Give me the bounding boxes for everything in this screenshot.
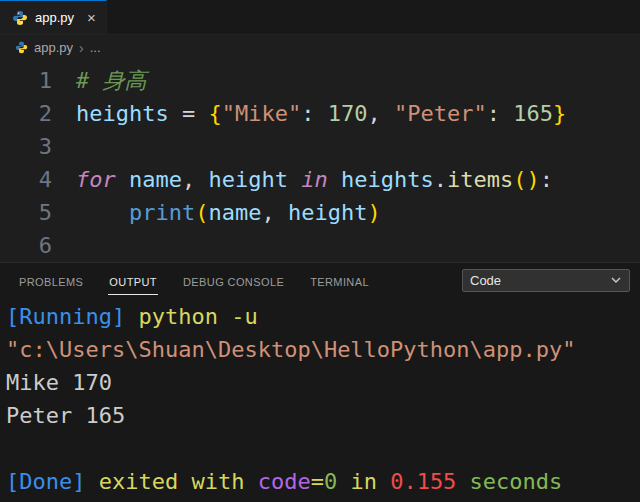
code-editor[interactable]: 1# 身高2heights = {"Mike": 170, "Peter": 1…	[0, 60, 640, 262]
line-number: 6	[0, 229, 76, 262]
output-line: Peter 165	[6, 399, 640, 432]
output-token: Peter 165	[6, 403, 125, 428]
output-token: "c:\Users\Shuan\Desktop\HelloPython\app.…	[6, 337, 576, 362]
tab-bar: app.py ×	[0, 0, 640, 35]
output-line: [Running] python -u	[6, 300, 640, 333]
tab-app-py[interactable]: app.py ×	[0, 0, 107, 34]
code-token	[328, 167, 341, 192]
code-text: heights = {"Mike": 170, "Peter": 165}	[76, 97, 566, 130]
output-token: 0.155	[390, 469, 456, 494]
code-token: (	[195, 200, 208, 225]
python-file-icon	[12, 10, 28, 26]
close-tab-icon[interactable]: ×	[87, 10, 96, 25]
code-token: heights	[76, 101, 169, 126]
output-line: [Done] exited with code=0 in 0.155 secon…	[6, 465, 640, 498]
line-number: 4	[0, 163, 76, 196]
code-token: in	[301, 167, 328, 192]
panel-tab-terminal[interactable]: TERMINAL	[309, 266, 370, 295]
code-token: ,	[261, 200, 288, 225]
python-file-icon	[15, 41, 28, 54]
code-token: height	[288, 200, 367, 225]
output-line: "c:\Users\Shuan\Desktop\HelloPython\app.…	[6, 333, 640, 366]
code-token: ,	[182, 167, 209, 192]
tab-label: app.py	[35, 10, 74, 25]
code-text: # 身高	[76, 64, 147, 97]
line-number: 2	[0, 97, 76, 130]
output-token: [Running]	[6, 304, 138, 329]
panel-tab-problems[interactable]: PROBLEMS	[18, 266, 84, 295]
line-number: 5	[0, 196, 76, 229]
code-token: =	[169, 101, 209, 126]
code-token: print	[129, 200, 195, 225]
code-token: :	[301, 101, 328, 126]
chevron-down-icon	[610, 274, 622, 286]
output-token: Mike 170	[6, 370, 112, 395]
code-token: )	[367, 200, 380, 225]
code-token: :	[487, 101, 514, 126]
code-line[interactable]: 1# 身高	[0, 64, 640, 97]
output-line	[6, 432, 640, 465]
panel-tabs: PROBLEMSOUTPUTDEBUG CONSOLETERMINAL	[18, 266, 370, 295]
code-line[interactable]: 5 print(name, height)	[0, 196, 640, 229]
code-text: for name, height in heights.items():	[76, 163, 553, 196]
breadcrumb[interactable]: app.py › ...	[0, 35, 640, 60]
code-token	[76, 200, 129, 225]
code-token: name	[129, 167, 182, 192]
output-token: seconds	[456, 469, 562, 494]
code-token: :	[540, 167, 553, 192]
code-token: # 身高	[76, 68, 147, 93]
breadcrumb-more[interactable]: ...	[90, 40, 101, 55]
code-line[interactable]: 6	[0, 229, 640, 262]
code-text: print(name, height)	[76, 196, 381, 229]
code-token: name	[208, 200, 261, 225]
output-content[interactable]: [Running] python -u"c:\Users\Shuan\Deskt…	[0, 297, 640, 502]
output-token: [Done]	[6, 469, 85, 494]
vscode-window: app.py × app.py › ... 1# 身高2heights = {"…	[0, 0, 640, 502]
code-token: items	[447, 167, 513, 192]
output-channel-select[interactable]: Code	[462, 269, 630, 292]
code-line[interactable]: 2heights = {"Mike": 170, "Peter": 165}	[0, 97, 640, 130]
bottom-panel: PROBLEMSOUTPUTDEBUG CONSOLETERMINAL Code…	[0, 262, 640, 502]
line-number: 1	[0, 64, 76, 97]
output-token: exited with	[85, 469, 257, 494]
code-token: }	[553, 101, 566, 126]
code-token: for	[76, 167, 116, 192]
code-token: {	[208, 101, 221, 126]
panel-tab-debug-console[interactable]: DEBUG CONSOLE	[182, 266, 285, 295]
code-line[interactable]: 3	[0, 130, 640, 163]
code-token: height	[208, 167, 287, 192]
code-token: 165	[513, 101, 553, 126]
line-number: 3	[0, 130, 76, 163]
code-token	[116, 167, 129, 192]
panel-header: PROBLEMSOUTPUTDEBUG CONSOLETERMINAL Code	[0, 263, 640, 297]
breadcrumb-file[interactable]: app.py	[34, 40, 73, 55]
code-token: ()	[513, 167, 540, 192]
output-token: code	[258, 469, 311, 494]
panel-tab-output[interactable]: OUTPUT	[108, 266, 158, 295]
output-token: =	[311, 469, 324, 494]
output-token: 0	[324, 469, 337, 494]
output-channel-value: Code	[470, 273, 501, 288]
code-token: heights	[341, 167, 434, 192]
code-token	[288, 167, 301, 192]
code-token: "Peter"	[394, 101, 487, 126]
code-token: ,	[367, 101, 394, 126]
code-token: .	[434, 167, 447, 192]
output-line: Mike 170	[6, 366, 640, 399]
output-token: python -u	[138, 304, 257, 329]
code-line[interactable]: 4for name, height in heights.items():	[0, 163, 640, 196]
breadcrumb-separator-icon: ›	[79, 40, 84, 56]
code-token: "Mike"	[222, 101, 301, 126]
code-token: 170	[328, 101, 368, 126]
output-token: in	[337, 469, 390, 494]
